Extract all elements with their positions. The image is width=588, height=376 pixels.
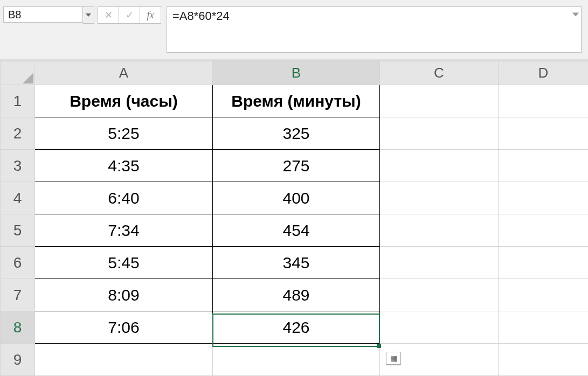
cell-b3[interactable]: 275 [213,150,380,182]
excel-app: B8 ✕ ✓ fx =A8*60*24 [0,0,588,376]
cell-c2[interactable] [380,117,499,150]
row-header-2[interactable]: 2 [1,117,35,150]
row-header-5[interactable]: 5 [1,214,35,247]
name-box-wrap: B8 [0,0,94,59]
insert-function-button[interactable]: fx [140,6,161,24]
row-header-8[interactable]: 8 [1,311,35,344]
column-header-c[interactable]: C [380,61,499,85]
cell-b5[interactable]: 454 [213,214,380,247]
cell-b2[interactable]: 325 [213,117,380,150]
cell-c7[interactable] [380,279,499,311]
cell-a4[interactable]: 6:40 [35,182,213,214]
row-header-4[interactable]: 4 [1,182,35,214]
row-header-3[interactable]: 3 [1,150,35,182]
cell-b7[interactable]: 489 [213,279,380,311]
autofill-options-button[interactable]: ▦ [386,352,401,365]
sheet-table: A B C D 1 Время (часы) Время (минуты) 2 … [0,61,588,376]
row-header-9[interactable]: 9 [1,344,35,376]
cell-d9[interactable] [499,344,589,376]
column-header-a[interactable]: A [35,61,213,85]
cell-c3[interactable] [380,150,499,182]
cell-d4[interactable] [499,182,589,214]
name-box[interactable]: B8 [3,6,83,23]
triangle-icon [23,73,33,83]
chevron-down-icon [572,11,579,18]
spreadsheet-grid[interactable]: A B C D 1 Время (часы) Время (минуты) 2 … [0,61,588,376]
name-box-dropdown[interactable] [83,6,94,24]
cell-d7[interactable] [499,279,589,311]
formula-bar-buttons: ✕ ✓ fx [98,0,161,59]
cell-d1[interactable] [499,85,589,117]
cell-c1[interactable] [380,85,499,117]
select-all-corner[interactable] [1,61,35,85]
cell-d3[interactable] [499,150,589,182]
formula-text: =A8*60*24 [172,9,230,23]
close-icon: ✕ [105,9,113,21]
cell-c5[interactable] [380,214,499,247]
chevron-down-icon [86,12,91,18]
cell-b6[interactable]: 345 [213,247,380,279]
cell-a8[interactable]: 7:06 [35,311,213,344]
column-header-b[interactable]: B [213,61,380,85]
cell-c6[interactable] [380,247,499,279]
cell-a6[interactable]: 5:45 [35,247,213,279]
cell-a5[interactable]: 7:34 [35,214,213,247]
cell-a7[interactable]: 8:09 [35,279,213,311]
check-icon: ✓ [126,9,134,21]
cell-c8[interactable] [380,311,499,344]
column-header-d[interactable]: D [499,61,589,85]
formula-input[interactable]: =A8*60*24 [167,6,582,53]
expand-formula-bar-button[interactable] [570,7,581,22]
enter-button[interactable]: ✓ [119,6,140,24]
cell-d6[interactable] [499,247,589,279]
row-header-6[interactable]: 6 [1,247,35,279]
cell-a9[interactable] [35,344,213,376]
cell-a1[interactable]: Время (часы) [35,85,213,117]
cell-d2[interactable] [499,117,589,150]
cell-a2[interactable]: 5:25 [35,117,213,150]
cell-a3[interactable]: 4:35 [35,150,213,182]
cell-b8[interactable]: 426 [213,311,380,344]
autofill-icon: ▦ [390,354,397,363]
row-header-7[interactable]: 7 [1,279,35,311]
row-header-1[interactable]: 1 [1,85,35,117]
cell-b1[interactable]: Время (минуты) [213,85,380,117]
cell-c4[interactable] [380,182,499,214]
fx-icon: fx [147,10,154,21]
cell-d5[interactable] [499,214,589,247]
formula-bar: B8 ✕ ✓ fx =A8*60*24 [0,0,588,61]
cell-b4[interactable]: 400 [213,182,380,214]
cell-b9[interactable] [213,344,380,376]
cell-d8[interactable] [499,311,589,344]
cancel-button[interactable]: ✕ [98,6,119,24]
